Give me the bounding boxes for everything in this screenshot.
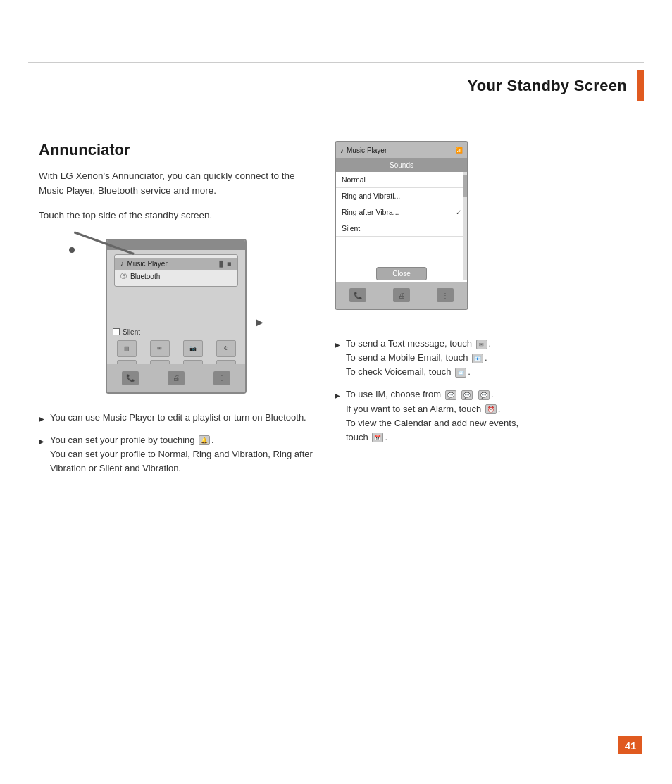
silent-row: Silent: [113, 328, 140, 336]
section-title: Annunciator: [39, 141, 313, 159]
top-divider: [28, 62, 644, 63]
sounds-ring-vibrate-label: Ring and Vibrati...: [342, 192, 400, 200]
right-phone-title-bar: ♪ Music Player 📶: [336, 142, 467, 158]
sounds-header-text: Sounds: [390, 161, 413, 169]
right-bullet-arrow-2: ▶: [335, 390, 340, 444]
email-icon: 📧: [472, 354, 483, 363]
calendar-icon: 📅: [372, 433, 383, 442]
left-column: Annunciator With LG Xenon's Annunciator,…: [39, 141, 313, 484]
bottom-icon-3: ⋮: [213, 371, 230, 385]
phone-bottom-bar-left: 📞 🖨 ⋮: [107, 364, 245, 392]
right-bottom-icon-2: 🖨: [393, 288, 410, 302]
sounds-item-silent: Silent: [336, 220, 467, 237]
sounds-ring-after-label: Ring after Vibra...: [342, 208, 399, 216]
close-button-row: Close: [336, 267, 467, 280]
popup-music-label: Music Player: [127, 260, 168, 268]
right-bullet-item-2: ▶ To use IM, choose from 💬 💬 💬. If you w…: [335, 387, 644, 444]
sounds-list: Normal Ring and Vibrati... Ring after Vi…: [336, 172, 467, 237]
profile-icon: 🔔: [199, 435, 210, 445]
right-bottom-icon-3: ⋮: [437, 288, 454, 302]
right-bullet-text-2: To use IM, choose from 💬 💬 💬. If you wan…: [346, 387, 644, 444]
sounds-item-ring-vibrate: Ring and Vibrati...: [336, 188, 467, 204]
sounds-normal-label: Normal: [342, 175, 366, 184]
header-accent-bar: [637, 70, 644, 101]
close-button[interactable]: Close: [376, 267, 427, 280]
icon-2: ✉: [150, 340, 170, 357]
popup-bluetooth: Ⓑ Bluetooth: [115, 270, 237, 283]
stylus-tip: [69, 247, 75, 253]
corner-mark-bl: [20, 752, 32, 764]
bullet-arrow-1: ▶: [39, 413, 44, 425]
right-phone-mockup: ♪ Music Player 📶 Sounds Normal Ring and …: [335, 141, 475, 317]
bullet-item-1: ▶ You can use Music Player to edit a pla…: [39, 411, 313, 425]
left-phone-screen: ♪ Music Player ▐▌ ◼ Ⓑ Bluetooth Silent: [106, 239, 247, 394]
sounds-silent-label: Silent: [342, 224, 360, 232]
left-bullet-list: ▶ You can use Music Player to edit a pla…: [39, 411, 313, 476]
corner-mark-tr: [640, 20, 652, 32]
bullet-text-2: You can set your profile by touching 🔔. …: [50, 433, 313, 475]
section-intro: With LG Xenon's Annunciator, you can qui…: [39, 169, 313, 199]
im-icon-2: 💬: [461, 390, 473, 400]
right-bullet-arrow-1: ▶: [335, 340, 340, 379]
right-bullet-item-1: ▶ To send a Text message, touch ✉. To se…: [335, 337, 644, 379]
page-title: Your Standby Screen: [467, 77, 627, 95]
sounds-scrollbar-thumb: [463, 175, 467, 197]
right-phone-title: Music Player: [347, 147, 387, 154]
im-icon-1: 💬: [445, 390, 456, 400]
bullet-item-2: ▶ You can set your profile by touching 🔔…: [39, 433, 313, 475]
voicemail-icon: 📨: [455, 368, 466, 378]
right-bottom-icon-1: 📞: [349, 288, 366, 302]
right-phone-bottom-bar: 📞 🖨 ⋮: [336, 282, 467, 309]
icon-1: ▤: [117, 340, 137, 357]
sounds-item-ring-after: Ring after Vibra...: [336, 204, 467, 220]
content-area: Annunciator With LG Xenon's Annunciator,…: [39, 141, 644, 484]
sounds-item-normal: Normal: [336, 172, 467, 188]
right-bullet-text-1: To send a Text message, touch ✉. To send…: [346, 337, 644, 379]
music-note-icon: ♪: [340, 147, 344, 154]
popup-music-player: ♪ Music Player ▐▌ ◼: [115, 258, 237, 270]
alarm-icon: ⏰: [485, 404, 497, 414]
page-header: Your Standby Screen: [467, 70, 644, 101]
popup-bluetooth-label: Bluetooth: [130, 273, 160, 280]
sounds-header: Sounds: [336, 158, 467, 172]
silent-checkbox: [113, 328, 120, 335]
right-column: ♪ Music Player 📶 Sounds Normal Ring and …: [335, 141, 644, 484]
bullet-arrow-2: ▶: [39, 436, 44, 475]
right-phone-screen: ♪ Music Player 📶 Sounds Normal Ring and …: [335, 141, 468, 310]
bullet-text-1: You can use Music Player to edit a playl…: [50, 411, 313, 425]
right-bullet-list: ▶ To send a Text message, touch ✉. To se…: [335, 337, 644, 444]
corner-mark-tl: [20, 20, 32, 32]
icon-3: 📷: [183, 340, 203, 357]
im-icon-3: 💬: [478, 390, 490, 400]
text-msg-icon: ✉: [476, 340, 487, 349]
page-number: 41: [618, 736, 642, 754]
icon-4: ⏱: [216, 340, 236, 357]
icon-row-1: ▤ ✉ 📷 ⏱: [110, 340, 242, 357]
right-arrow: ▶: [256, 316, 263, 328]
sounds-scrollbar: [463, 172, 467, 280]
touch-instruction: Touch the top side of the standby screen…: [39, 209, 313, 223]
bottom-icon-2: 🖨: [168, 371, 185, 385]
annunciator-popup: ♪ Music Player ▐▌ ◼ Ⓑ Bluetooth: [114, 254, 238, 287]
bottom-icon-1: 📞: [122, 371, 139, 385]
silent-label: Silent: [123, 328, 140, 336]
left-phone-mockup: ♪ Music Player ▐▌ ◼ Ⓑ Bluetooth Silent: [99, 239, 254, 394]
